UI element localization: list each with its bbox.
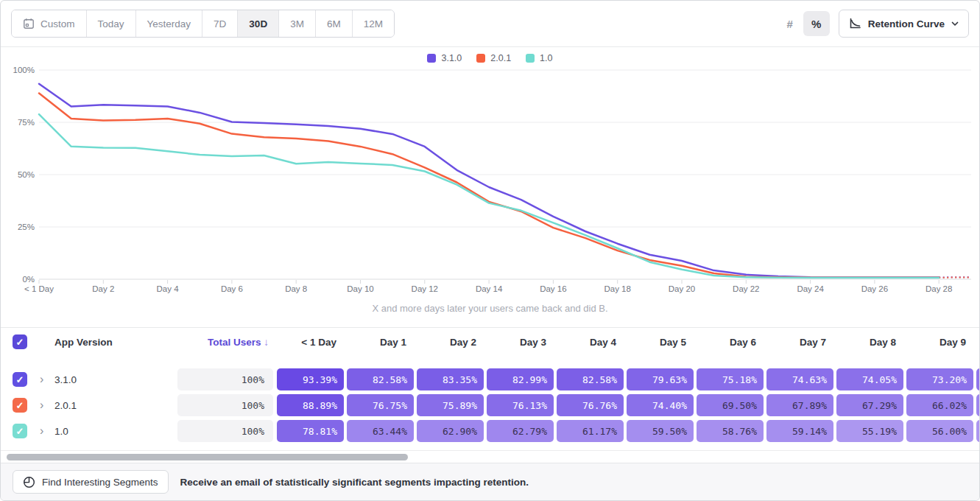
calendar-icon	[23, 18, 35, 29]
retention-cell[interactable]: 66.02%	[906, 394, 973, 416]
retention-cell[interactable]: 82.58%	[557, 368, 624, 390]
x-axis-tick-label: Day 20	[669, 284, 695, 293]
retention-cell[interactable]: 62.79%	[487, 420, 554, 442]
legend-item-3.1.0[interactable]: 3.1.0	[427, 53, 462, 63]
find-interesting-segments-button[interactable]: Find Interesting Segments	[13, 470, 169, 494]
x-axis-tick-label: Day 28	[926, 284, 952, 293]
horizontal-scrollbar[interactable]	[1, 454, 979, 460]
retention-cell[interactable]: 75.89%	[417, 394, 484, 416]
retention-cell[interactable]: 83.35%	[417, 368, 484, 390]
retention-line-chart: 0%25%50%75%100%< 1 DayDay 2Day 4Day 6Day…	[1, 66, 979, 300]
y-axis-tick-label: 50%	[18, 170, 35, 179]
retention-cell[interactable]: 79.63%	[627, 368, 694, 390]
retention-cell[interactable]: 78.81%	[277, 420, 344, 442]
select-all-checkbox[interactable]: ✓	[13, 334, 27, 349]
expand-row-chevron-icon[interactable]: ›	[40, 374, 43, 385]
chevron-down-icon	[951, 21, 959, 27]
legend-item-2.0.1[interactable]: 2.0.1	[476, 53, 511, 63]
chart-type-label: Retention Curve	[868, 18, 945, 29]
toolbar: CustomTodayYesterday7D30D3M6M12M # % Ret…	[1, 1, 979, 47]
x-axis-tick-label: Day 2	[92, 284, 114, 293]
row-checkbox-3.1.0[interactable]: ✓	[13, 372, 27, 387]
app-version-label: 2.0.1	[54, 400, 77, 411]
retention-chart-section: 3.1.02.0.11.0 0%25%50%75%100%< 1 DayDay …	[1, 52, 979, 314]
retention-cell[interactable]: 88.89%	[277, 394, 344, 416]
retention-cell[interactable]: 74.63%	[766, 368, 833, 390]
x-axis-tick-label: Day 4	[157, 284, 180, 293]
retention-cell[interactable]: 76.76%	[557, 394, 624, 416]
retention-cell[interactable]: 67.29%	[836, 394, 903, 416]
retention-cell[interactable]: 82.99%	[487, 368, 554, 390]
x-axis-tick-label: Day 8	[285, 284, 307, 293]
retention-cell[interactable]: 82.58%	[347, 368, 414, 390]
toolbar-right: # % Retention Curve	[777, 10, 969, 38]
chart-caption: X and more days later your users came ba…	[1, 303, 979, 314]
date-range-30d[interactable]: 30D	[238, 10, 279, 37]
date-range-3m[interactable]: 3M	[279, 10, 316, 37]
column-header-day: Day 6	[697, 337, 764, 348]
chart-type-dropdown[interactable]: Retention Curve	[839, 10, 969, 38]
retention-cell[interactable]: 74.40%	[627, 394, 694, 416]
retention-cell[interactable]: 59.50%	[627, 420, 694, 442]
x-axis-tick-label: Day 12	[412, 284, 438, 293]
row-checkbox-1.0[interactable]: ✓	[13, 424, 27, 438]
date-range-6m[interactable]: 6M	[316, 10, 353, 37]
row-checkbox-2.0.1[interactable]: ✓	[13, 398, 27, 413]
retention-cell-clipped[interactable]	[976, 420, 980, 442]
date-range-yesterday[interactable]: Yesterday	[136, 10, 203, 37]
retention-cell[interactable]: 75.18%	[697, 368, 764, 390]
retention-cell[interactable]: 76.75%	[347, 394, 414, 416]
retention-cell[interactable]: 74.05%	[836, 368, 903, 390]
segments-icon	[23, 476, 35, 488]
percent-mode-button[interactable]: %	[803, 11, 830, 36]
retention-cell[interactable]: 93.39%	[277, 368, 344, 390]
retention-cell-clipped[interactable]	[976, 394, 980, 416]
retention-table: ✓ App Version Total Users ↓ < 1 DayDay 1…	[1, 327, 979, 451]
legend-item-1.0[interactable]: 1.0	[526, 53, 552, 63]
total-users-cell: 100%	[177, 420, 273, 442]
legend-swatch	[526, 54, 535, 63]
date-range-7d[interactable]: 7D	[202, 10, 238, 37]
table-row-1.0: ✓›1.0100%78.81%63.44%62.90%62.79%61.17%5…	[1, 420, 979, 442]
footer-message: Receive an email of statistically signif…	[180, 477, 529, 488]
retention-cell[interactable]: 55.19%	[836, 420, 903, 442]
expand-row-chevron-icon[interactable]: ›	[40, 399, 43, 411]
scrollbar-thumb[interactable]	[7, 454, 408, 460]
date-range-today[interactable]: Today	[87, 10, 136, 37]
series-line-2.0.1	[39, 94, 939, 278]
column-header-app-version: App Version	[54, 337, 113, 348]
column-header-day: Day 3	[487, 337, 554, 348]
column-header-total-users[interactable]: Total Users ↓	[208, 337, 273, 348]
expand-row-chevron-icon[interactable]: ›	[40, 425, 43, 437]
column-header-day: Day 7	[766, 337, 833, 348]
column-header-day: Day 8	[836, 337, 903, 348]
x-axis-tick-label: Day 18	[604, 284, 630, 293]
y-axis-tick-label: 100%	[13, 66, 35, 74]
retention-cell-clipped[interactable]	[976, 368, 980, 390]
total-users-cell: 100%	[177, 394, 273, 416]
retention-cell[interactable]: 58.76%	[697, 420, 764, 442]
retention-cell[interactable]: 59.14%	[766, 420, 833, 442]
retention-cell[interactable]: 63.44%	[347, 420, 414, 442]
retention-cell[interactable]: 61.17%	[557, 420, 624, 442]
table-header-row: ✓ App Version Total Users ↓ < 1 DayDay 1…	[1, 328, 979, 356]
series-line-1.0	[39, 114, 939, 278]
date-range-custom[interactable]: Custom	[12, 10, 87, 37]
retention-cell[interactable]: 69.50%	[697, 394, 764, 416]
absolute-numbers-button[interactable]: #	[777, 11, 803, 36]
retention-cell[interactable]: 56.00%	[906, 420, 973, 442]
retention-curve-icon	[849, 18, 861, 29]
column-header-day: Day 5	[627, 337, 694, 348]
date-range-picker: CustomTodayYesterday7D30D3M6M12M	[11, 10, 395, 38]
x-axis-tick-label: Day 14	[476, 284, 503, 293]
retention-cell[interactable]: 62.90%	[417, 420, 484, 442]
date-range-12m[interactable]: 12M	[353, 10, 394, 37]
retention-cell[interactable]: 76.13%	[487, 394, 554, 416]
retention-cell[interactable]: 67.89%	[766, 394, 833, 416]
sort-descending-icon: ↓	[264, 337, 269, 348]
x-axis-tick-label: < 1 Day	[24, 284, 54, 293]
y-axis-tick-label: 0%	[22, 275, 35, 284]
retention-cell[interactable]: 73.20%	[906, 368, 973, 390]
column-header-day: Day 9	[906, 337, 973, 348]
app-version-label: 3.1.0	[54, 374, 77, 385]
